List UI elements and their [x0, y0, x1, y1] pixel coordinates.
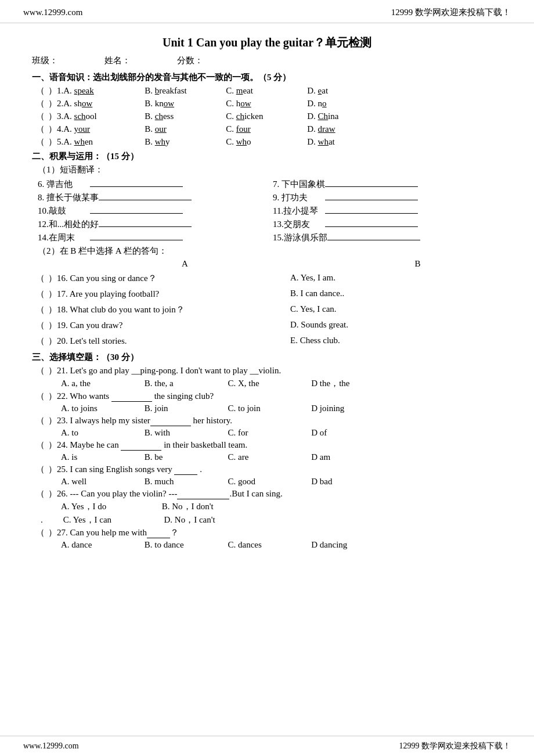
- header-website: www.12999.com: [23, 8, 82, 17]
- question-24: （ ）24. Maybe he can in their basketball …: [32, 440, 502, 451]
- match-a20: E. Chess club.: [267, 336, 502, 347]
- page-footer: www.12999.com 12999 数学网欢迎来投稿下载！: [0, 736, 534, 756]
- paren-3: （: [32, 111, 48, 122]
- section1-title: 一、语音知识：选出划线部分的发音与其他不一致的一项。（5 分）: [32, 72, 502, 83]
- trans-8: 8. 擅长于做某事: [38, 191, 267, 203]
- score-label: 分数：: [177, 55, 203, 66]
- options-26-row2: . C. Yes，I can D. No，I can't: [41, 513, 502, 525]
- col-a-header: A: [48, 259, 275, 269]
- trans-7: 7. 下中国象棋: [273, 178, 502, 190]
- translations-grid: 6. 弹吉他 7. 下中国象棋 8. 擅长于做某事 9. 打功夫 10.敲鼓 1…: [38, 178, 502, 243]
- trans-15: 15.游泳俱乐部: [273, 231, 502, 243]
- header-tagline: 12999 数学网欢迎来投稿下载！: [391, 7, 511, 18]
- question-23: （ ）23. I always help my sister her histo…: [32, 415, 502, 426]
- trans-14: 14.在周末: [38, 231, 267, 243]
- section3-title: 三、选择填空题：（30 分）: [32, 352, 502, 363]
- section2-title: 二、积累与运用：（15 分）: [32, 151, 502, 162]
- paren-4: （: [32, 124, 48, 135]
- question-1: （ ）1. A. speak B. breakfast C. meat D. e…: [32, 85, 502, 96]
- trans-12: 12.和...相处的好: [38, 218, 267, 230]
- main-content: Unit 1 Can you play the guitar？单元检测 班级： …: [0, 23, 534, 585]
- options-21: A. a, the B. the, a C. X, the D the，the: [61, 378, 502, 389]
- col-b-header: B: [275, 259, 502, 269]
- match-q17: （ ）17. Are you playing football?: [32, 289, 267, 300]
- exam-info: 班级： 姓名： 分数：: [32, 55, 502, 66]
- trans-11: 11.拉小提琴: [273, 204, 502, 217]
- options-24: A. is B. be C. are D am: [61, 452, 502, 462]
- options-23: A. to B. with C. for D of: [61, 428, 502, 438]
- match-q18: （ ）18. What club do you want to join？: [32, 304, 267, 315]
- match-section: （ ）16. Can you sing or dance？ A. Yes, I …: [32, 271, 502, 348]
- match-a16: A. Yes, I am.: [267, 273, 502, 284]
- match-q19: （ ）19. Can you draw?: [32, 320, 267, 331]
- exam-title: Unit 1 Can you play the guitar？单元检测: [32, 35, 502, 51]
- footer-tagline: 12999 数学网欢迎来投稿下载！: [399, 741, 511, 751]
- paren-2: （: [32, 98, 48, 109]
- footer-website: www.12999.com: [23, 741, 79, 751]
- paren-1: （: [32, 85, 48, 96]
- class-label: 班级：: [32, 55, 58, 66]
- options-26-row1: A. Yes，I do B. No，I don't: [61, 501, 502, 512]
- sub2-title: （2）在 B 栏中选择 A 栏的答句：: [38, 246, 502, 257]
- trans-6: 6. 弹吉他: [38, 178, 267, 190]
- question-22: （ ）22. Who wants the singing club?: [32, 391, 502, 402]
- match-a18: C. Yes, I can.: [267, 304, 502, 315]
- options-27: A. dance B. to dance C. dances D dancing: [61, 540, 502, 550]
- question-5: （ ）5. A. when B. why C. who D. what: [32, 136, 502, 147]
- paren-5: （: [32, 136, 48, 147]
- question-27: （ ）27. Can you help me with？: [32, 527, 502, 538]
- match-q16: （ ）16. Can you sing or dance？: [32, 273, 267, 284]
- sub1-title: （1）短语翻译：: [38, 164, 502, 175]
- col-headers: A B: [48, 259, 502, 269]
- trans-10: 10.敲鼓: [38, 204, 267, 217]
- trans-13: 13.交朋友: [273, 218, 502, 230]
- question-3: （ ）3. A. school B. chess C. chicken D. C…: [32, 111, 502, 122]
- question-26: （ ）26. --- Can you play the violin? ---.…: [32, 488, 502, 499]
- name-label: 姓名：: [104, 55, 131, 66]
- question-21: （ ）21. Let's go and play __ping-pong. I …: [32, 365, 502, 376]
- page-wrapper: www.12999.com 12999 数学网欢迎来投稿下载！ Unit 1 C…: [0, 0, 534, 585]
- match-a19: D. Sounds great.: [267, 320, 502, 331]
- trans-9: 9. 打功夫: [273, 191, 502, 203]
- question-4: （ ）4. A. your B. our C. four D. draw: [32, 124, 502, 135]
- options-22: A. to joins B. join C. to join D joining: [61, 404, 502, 413]
- page-header: www.12999.com 12999 数学网欢迎来投稿下载！: [0, 0, 534, 23]
- options-25: A. well B. much C. good D bad: [61, 477, 502, 487]
- question-25: （ ）25. I can sing English songs very .: [32, 464, 502, 475]
- match-a17: B. I can dance..: [267, 289, 502, 300]
- question-2: （ ）2. A. show B. know C. how D. no: [32, 98, 502, 109]
- match-q20: （ ）20. Let's tell stories.: [32, 336, 267, 347]
